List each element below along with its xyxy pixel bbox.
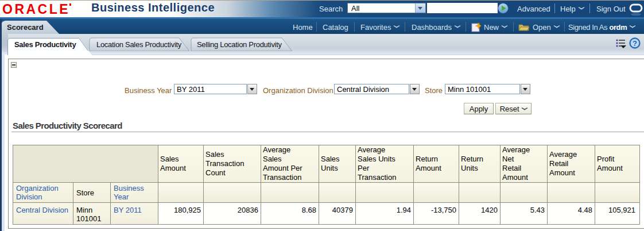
svg-text:?: ? xyxy=(633,39,637,48)
